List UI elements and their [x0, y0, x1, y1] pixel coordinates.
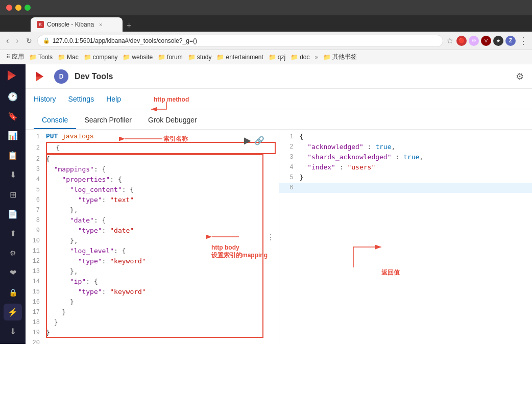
bookmark-study-label: study: [197, 54, 212, 61]
sidebar-item-visualize[interactable]: 📊: [4, 128, 22, 144]
ln-16: 16: [26, 297, 46, 307]
bookmark-apps-label: 应用: [12, 53, 24, 61]
secondary-nav-history[interactable]: History: [34, 95, 56, 103]
address-bar-row: ‹ › ↻ 🔒 127.0.0.1:5601/app/kibana#/dev_t…: [0, 32, 532, 50]
resp-line-1: 1 {: [279, 132, 533, 142]
resp-ln-3: 3: [279, 152, 300, 162]
extension-icons: 🔴 ❊ V ★ Z: [456, 36, 516, 46]
bookmark-apps[interactable]: ⠿ 应用: [4, 52, 26, 62]
ln-6: 6: [26, 195, 46, 205]
browser-tab-active[interactable]: K Console - Kibana ×: [31, 17, 123, 32]
resp-ln-1: 1: [279, 132, 300, 142]
bookmark-entertainment[interactable]: 📁 entertainment: [214, 53, 265, 62]
sidebar-item-management[interactable]: 🔒: [4, 284, 22, 301]
sidebar-item-maps[interactable]: ⬇: [4, 166, 22, 183]
annotation-http-method: http method: [154, 94, 189, 104]
star-button[interactable]: ☆: [446, 36, 453, 45]
ln-8: 8: [26, 215, 46, 226]
app-tab-row: Console Search Profiler Grok Debugger: [26, 109, 532, 130]
bookmark-company-label: company: [93, 54, 118, 61]
ln-7: 7: [26, 205, 46, 215]
new-tab-button[interactable]: +: [123, 19, 135, 32]
browser-tab-bar: K Console - Kibana × +: [0, 15, 532, 32]
editor-toolbar: ▶ 🔗: [244, 135, 264, 146]
sidebar-item-logs[interactable]: 📄: [4, 206, 22, 222]
secondary-nav: History Settings Help http method: [26, 89, 532, 109]
ln-19: 19: [26, 328, 46, 338]
resp-ln-5: 5: [279, 172, 300, 183]
sidebar-item-ml[interactable]: ⊞: [4, 186, 22, 203]
bookmark-other[interactable]: 📁 其他书签: [321, 52, 359, 62]
code-line-r18: 18 }: [26, 317, 279, 328]
app-container: 🕐 🔖 📊 📋 ⬇ ⊞ 📄 ⬆ ⚙ ❤ 🔒 ⚡ ⇓ D Dev Tools ⚙: [0, 64, 532, 344]
ext-icon-2[interactable]: ❊: [469, 36, 479, 46]
sidebar-item-clock[interactable]: 🕐: [4, 88, 22, 105]
ln-4: 4: [26, 175, 46, 185]
minimize-traffic-light[interactable]: [15, 5, 21, 11]
code-line-r4: 4 "properties": {: [26, 175, 279, 185]
resp-line-2: 2 "acknowledged" : true,: [279, 142, 533, 152]
kibana-app-logo: [34, 69, 48, 84]
ln-15: 15: [26, 287, 46, 297]
forward-button[interactable]: ›: [14, 35, 20, 46]
ln-18: 18: [26, 317, 46, 328]
resp-ln-6: 6: [279, 183, 300, 193]
sidebar-item-dev-tools[interactable]: ⚡: [4, 304, 22, 320]
bookmark-tools[interactable]: 📁 Tools: [27, 53, 55, 62]
bookmarks-bar: ⠿ 应用 📁 Tools 📁 Mac 📁 company 📁 website 📁…: [0, 50, 532, 64]
more-options-button[interactable]: ⋮: [519, 35, 528, 46]
code-line-r3: 3 "mappings": {: [26, 164, 279, 175]
resp-line-5: 5 }: [279, 172, 533, 183]
secondary-nav-settings[interactable]: Settings: [68, 95, 94, 103]
bookmark-website[interactable]: 📁 website: [120, 53, 155, 62]
tab-console[interactable]: Console: [34, 111, 76, 129]
ext-icon-1[interactable]: 🔴: [456, 36, 467, 46]
ln-9: 9: [26, 226, 46, 236]
bookmark-folder-icon-2: 📁: [58, 54, 65, 61]
sidebar-item-apm[interactable]: ⚙: [4, 245, 22, 261]
code-line-r5: 5 "log_content": {: [26, 185, 279, 195]
bookmark-doc[interactable]: 📁 doc: [288, 53, 311, 62]
code-line-r10: 10 },: [26, 236, 279, 246]
code-editor[interactable]: 1 PUT javalogs 2 {: [26, 130, 279, 344]
bookmark-forum[interactable]: 📁 forum: [156, 53, 185, 62]
bookmark-doc-label: doc: [300, 54, 309, 61]
copy-button[interactable]: 🔗: [254, 135, 264, 146]
browser-title-bar: [0, 0, 532, 15]
bookmark-company[interactable]: 📁 company: [82, 53, 120, 62]
ext-icon-4[interactable]: ★: [493, 36, 503, 46]
code-editor-inner: 2 { 3 "mappings": { 4 "properties": {: [26, 154, 279, 338]
resp-line-4: 4 "index" : "users": [279, 162, 533, 172]
maximize-traffic-light[interactable]: [25, 5, 31, 11]
run-button[interactable]: ▶: [244, 135, 251, 146]
ext-icon-5[interactable]: Z: [505, 36, 516, 46]
sidebar-item-dashboard[interactable]: 📋: [4, 147, 22, 163]
body-block: 2 {: [46, 142, 276, 154]
close-traffic-light[interactable]: [6, 5, 12, 11]
lock-icon: 🔒: [43, 37, 50, 44]
sidebar-item-siem[interactable]: ❤: [4, 264, 22, 281]
kibana-logo: [5, 68, 21, 83]
bookmark-qzj[interactable]: 📁 qzj: [267, 53, 287, 62]
bookmark-study[interactable]: 📁 study: [186, 53, 214, 62]
address-bar[interactable]: 🔒 127.0.0.1:5601/app/kibana#/dev_tools/c…: [37, 35, 443, 47]
bookmark-folder-icon-8: 📁: [269, 54, 276, 61]
settings-icon-button[interactable]: ⚙: [516, 71, 524, 82]
sidebar-item-discover[interactable]: 🔖: [4, 108, 22, 124]
user-avatar[interactable]: D: [54, 69, 68, 84]
sidebar-item-uptime[interactable]: ⬆: [4, 226, 22, 242]
code-line-r11: 11 "log_level": {: [26, 246, 279, 256]
reload-button[interactable]: ↻: [24, 36, 34, 46]
right-response-panel: 1 { 2 "acknowledged" : true, 3 "shards_a…: [279, 130, 533, 344]
secondary-nav-help[interactable]: Help: [106, 95, 121, 103]
bookmark-tools-label: Tools: [38, 54, 53, 61]
tab-close-icon[interactable]: ×: [99, 21, 102, 28]
bookmark-mac[interactable]: 📁 Mac: [56, 53, 81, 62]
code-line-2: 2 {: [48, 143, 274, 153]
back-button[interactable]: ‹: [4, 35, 11, 46]
ext-icon-3[interactable]: V: [481, 36, 491, 46]
tab-search-profiler[interactable]: Search Profiler: [76, 111, 140, 129]
code-line-20: 20: [26, 338, 279, 344]
sidebar-item-bottom[interactable]: ⇓: [4, 324, 22, 340]
editor-panels: ▶ 🔗 ⋮ 1 PUT javalogs 2 {: [26, 130, 532, 344]
